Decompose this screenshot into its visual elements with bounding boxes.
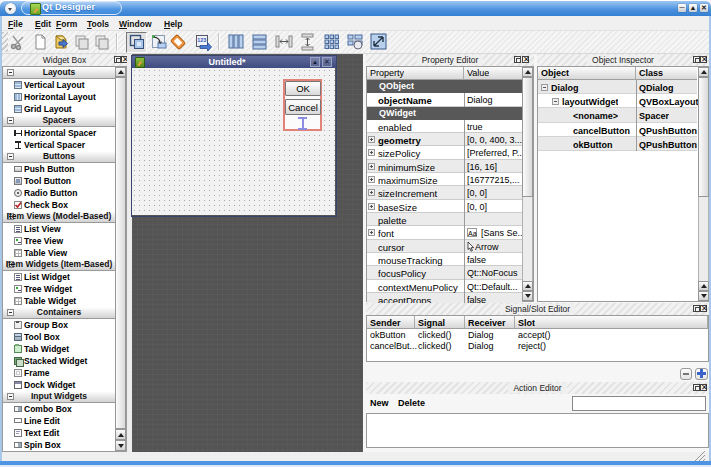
svg-text:123: 123 — [197, 37, 206, 43]
